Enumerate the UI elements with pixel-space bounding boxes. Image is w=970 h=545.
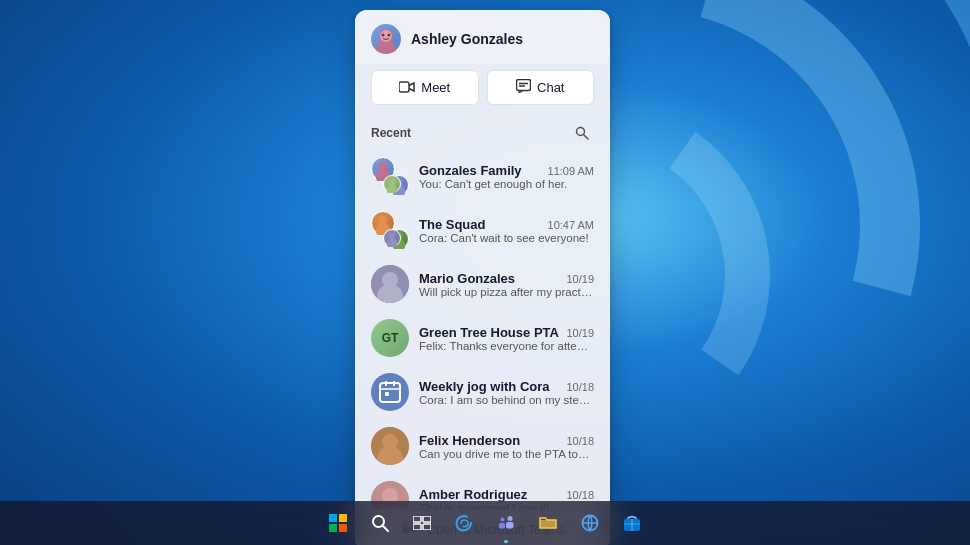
teams-panel: Ashley Gonzales Meet Chat [355, 10, 610, 545]
initials-avatar: GT [371, 319, 409, 357]
browser-button[interactable] [572, 505, 608, 541]
meet-icon [399, 80, 415, 96]
teams-taskbar-button[interactable] [488, 505, 524, 541]
svg-line-10 [584, 135, 589, 140]
meet-button[interactable]: Meet [371, 70, 479, 105]
svg-rect-48 [423, 516, 431, 522]
svg-line-46 [383, 526, 389, 532]
conv-time: 10/19 [566, 273, 594, 285]
svg-rect-44 [339, 524, 347, 532]
svg-point-22 [387, 238, 398, 247]
svg-rect-26 [380, 383, 400, 402]
conv-name: Mario Gonzales [419, 271, 515, 286]
svg-rect-41 [329, 514, 337, 522]
svg-point-4 [388, 34, 391, 37]
search-button[interactable] [362, 505, 398, 541]
svg-rect-54 [499, 523, 505, 529]
conv-time: 10:47 AM [548, 219, 594, 231]
conv-time: 10/18 [566, 489, 594, 501]
svg-point-16 [387, 185, 398, 193]
conv-msg: You: Can't get enough of her. [419, 178, 594, 190]
conv-info: The Squad 10:47 AM Cora: Can't wait to s… [419, 217, 594, 244]
svg-rect-55 [540, 520, 556, 528]
store-button[interactable] [614, 505, 650, 541]
conv-time: 10/18 [566, 435, 594, 447]
conv-msg: Cora: Can't wait to see everyone! [419, 232, 594, 244]
meet-label: Meet [421, 80, 450, 95]
svg-point-3 [382, 34, 385, 37]
user-name: Ashley Gonzales [411, 31, 523, 47]
svg-rect-43 [329, 524, 337, 532]
list-item[interactable]: Mario Gonzales 10/19 Will pick up pizza … [355, 257, 610, 311]
conv-time: 10/19 [566, 327, 594, 339]
avatar [371, 24, 401, 54]
conv-name: The Squad [419, 217, 485, 232]
conv-msg: Felix: Thanks everyone for attending tod… [419, 340, 594, 352]
conv-time: 11:09 AM [548, 165, 594, 177]
recent-label: Recent [371, 126, 411, 140]
panel-header: Ashley Gonzales [355, 10, 610, 64]
svg-rect-52 [506, 522, 514, 529]
group-avatar [371, 157, 409, 195]
svg-point-1 [376, 40, 396, 54]
conv-msg: Will pick up pizza after my practice. [419, 286, 594, 298]
svg-point-53 [501, 518, 505, 522]
taskbar [0, 501, 970, 545]
start-button[interactable] [320, 505, 356, 541]
file-explorer-button[interactable] [530, 505, 566, 541]
chat-icon [516, 79, 531, 96]
list-item[interactable]: GT Green Tree House PTA 10/19 Felix: Tha… [355, 311, 610, 365]
conv-name: Weekly jog with Cora [419, 379, 550, 394]
list-item[interactable]: Weekly jog with Cora 10/18 Cora: I am so… [355, 365, 610, 419]
svg-rect-5 [399, 82, 409, 92]
svg-point-51 [508, 516, 513, 521]
edge-button[interactable] [446, 505, 482, 541]
conv-info: Gonzales Family 11:09 AM You: Can't get … [419, 163, 594, 190]
conv-info: Weekly jog with Cora 10/18 Cora: I am so… [419, 379, 594, 406]
list-item[interactable]: Felix Henderson 10/18 Can you drive me t… [355, 419, 610, 473]
task-view-button[interactable] [404, 505, 440, 541]
chat-button[interactable]: Chat [487, 70, 595, 105]
list-item[interactable]: Gonzales Family 11:09 AM You: Can't get … [355, 149, 610, 203]
conv-name: Gonzales Family [419, 163, 522, 178]
action-buttons: Meet Chat [355, 64, 610, 115]
calendar-avatar [371, 373, 409, 411]
conv-info: Mario Gonzales 10/19 Will pick up pizza … [419, 271, 594, 298]
group-avatar [371, 211, 409, 249]
conversation-list: Gonzales Family 11:09 AM You: Can't get … [355, 149, 610, 509]
conv-time: 10/18 [566, 381, 594, 393]
conv-msg: Cora: I am so behind on my step goals [419, 394, 594, 406]
conv-name: Green Tree House PTA [419, 325, 559, 340]
person-avatar [371, 265, 409, 303]
conv-msg: Can you drive me to the PTA today? [419, 448, 594, 460]
conv-name: Felix Henderson [419, 433, 520, 448]
svg-rect-42 [339, 514, 347, 522]
svg-rect-30 [385, 392, 389, 396]
conv-info: Felix Henderson 10/18 Can you drive me t… [419, 433, 594, 460]
conv-name: Amber Rodriguez [419, 487, 527, 502]
person-avatar [371, 427, 409, 465]
list-item[interactable]: The Squad 10:47 AM Cora: Can't wait to s… [355, 203, 610, 257]
svg-rect-6 [517, 80, 531, 91]
search-button[interactable] [570, 121, 594, 145]
svg-rect-49 [413, 524, 421, 530]
svg-point-2 [380, 30, 392, 42]
svg-rect-50 [423, 524, 431, 530]
recent-header: Recent [355, 115, 610, 149]
conv-info: Green Tree House PTA 10/19 Felix: Thanks… [419, 325, 594, 352]
svg-point-15 [388, 179, 395, 186]
chat-label: Chat [537, 80, 564, 95]
svg-rect-47 [413, 516, 421, 522]
